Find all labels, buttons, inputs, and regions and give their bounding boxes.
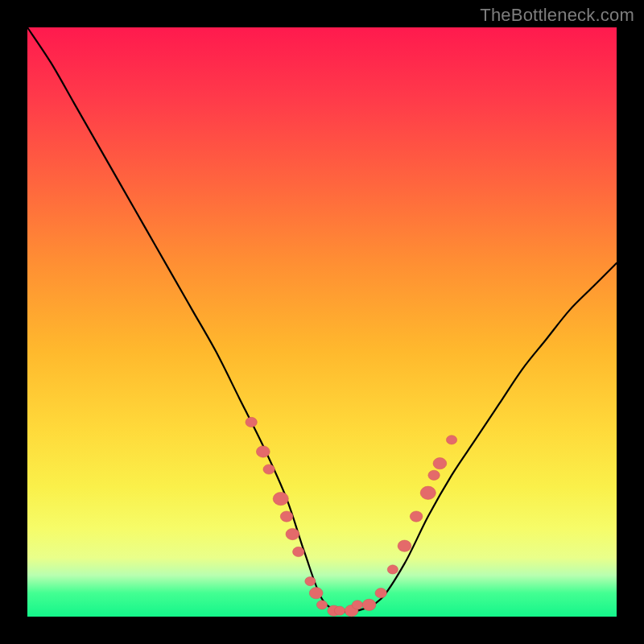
curve-marker [280,511,293,522]
plot-area [27,27,617,617]
curve-marker [420,486,436,499]
curve-marker [410,511,423,522]
watermark-label: TheBottleneck.com [480,5,634,26]
bottleneck-curve [27,27,617,613]
curve-marker [256,446,270,457]
curve-marker [428,470,440,480]
marker-group [246,417,457,617]
chart-frame: TheBottleneck.com [0,0,644,644]
curve-marker [309,588,323,599]
curve-marker [286,528,299,539]
curve-marker [362,599,376,610]
curve-marker [334,606,345,615]
curve-marker [316,601,327,609]
curve-marker [387,565,398,574]
curve-marker [398,540,411,551]
curve-marker [375,588,386,598]
curve-marker [446,436,456,444]
curve-marker [263,464,275,474]
curve-svg [27,27,617,617]
curve-marker [433,458,447,469]
curve-marker [305,576,316,585]
curve-marker [293,547,304,556]
curve-marker [273,492,288,505]
curve-marker [352,601,362,609]
curve-marker [246,417,257,427]
